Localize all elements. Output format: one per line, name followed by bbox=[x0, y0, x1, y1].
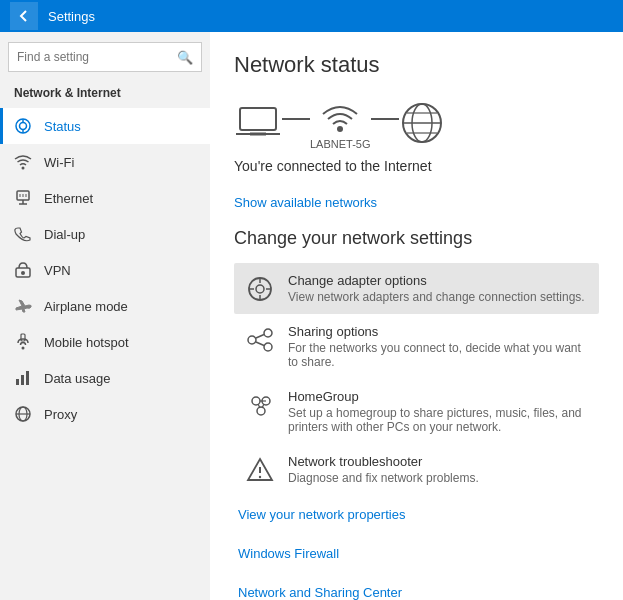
svg-line-40 bbox=[256, 342, 264, 346]
homegroup-title: HomeGroup bbox=[288, 389, 587, 404]
laptop-icon bbox=[234, 104, 282, 142]
troubleshoot-icon bbox=[246, 456, 274, 484]
svg-point-13 bbox=[22, 347, 25, 350]
setting-sharing[interactable]: Sharing options For the networks you con… bbox=[234, 314, 599, 379]
svg-point-36 bbox=[248, 336, 256, 344]
search-icon: 🔍 bbox=[177, 50, 193, 65]
sharing-icon bbox=[246, 326, 274, 354]
sidebar-label-airplane: Airplane mode bbox=[44, 299, 128, 314]
sidebar-item-status[interactable]: Status bbox=[0, 108, 210, 144]
svg-point-24 bbox=[337, 126, 343, 132]
globe-icon bbox=[399, 100, 445, 146]
sidebar: 🔍 Network & Internet Status bbox=[0, 32, 210, 600]
sidebar-label-data: Data usage bbox=[44, 371, 111, 386]
proxy-icon bbox=[14, 405, 32, 423]
app-title: Settings bbox=[48, 9, 95, 24]
sidebar-item-wifi[interactable]: Wi-Fi bbox=[0, 144, 210, 180]
sidebar-label-proxy: Proxy bbox=[44, 407, 77, 422]
sidebar-item-dialup[interactable]: Dial-up bbox=[0, 216, 210, 252]
bottom-links: View your network properties Windows Fir… bbox=[234, 507, 599, 600]
router-icon: LABNET-5G bbox=[310, 96, 371, 150]
adapter-icon bbox=[246, 275, 274, 303]
sidebar-label-dialup: Dial-up bbox=[44, 227, 85, 242]
sidebar-label-wifi: Wi-Fi bbox=[44, 155, 74, 170]
link-network-props[interactable]: View your network properties bbox=[238, 507, 599, 522]
sidebar-item-data[interactable]: Data usage bbox=[0, 360, 210, 396]
sidebar-item-hotspot[interactable]: Mobile hotspot bbox=[0, 324, 210, 360]
airplane-icon bbox=[14, 297, 32, 315]
sidebar-label-status: Status bbox=[44, 119, 81, 134]
title-bar: Settings bbox=[0, 0, 623, 32]
sidebar-item-ethernet[interactable]: Ethernet bbox=[0, 180, 210, 216]
setting-troubleshoot[interactable]: Network troubleshooter Diagnose and fix … bbox=[234, 444, 599, 495]
change-heading: Change your network settings bbox=[234, 228, 599, 249]
sharing-desc: For the networks you connect to, decide … bbox=[288, 341, 587, 369]
search-box[interactable]: 🔍 bbox=[8, 42, 202, 72]
sidebar-item-airplane[interactable]: Airplane mode bbox=[0, 288, 210, 324]
phone-icon bbox=[14, 225, 32, 243]
sidebar-item-vpn[interactable]: VPN bbox=[0, 252, 210, 288]
sidebar-label-hotspot: Mobile hotspot bbox=[44, 335, 129, 350]
content-area: Network status LABNET-5G bbox=[210, 32, 623, 600]
wifi-icon bbox=[14, 153, 32, 171]
sharing-title: Sharing options bbox=[288, 324, 587, 339]
sidebar-label-vpn: VPN bbox=[44, 263, 71, 278]
svg-point-31 bbox=[256, 285, 264, 293]
adapter-text: Change adapter options View network adap… bbox=[288, 273, 585, 304]
search-input[interactable] bbox=[17, 50, 171, 64]
homegroup-text: HomeGroup Set up a homegroup to share pi… bbox=[288, 389, 587, 434]
svg-point-38 bbox=[264, 343, 272, 351]
sharing-text: Sharing options For the networks you con… bbox=[288, 324, 587, 369]
svg-point-41 bbox=[252, 397, 260, 405]
section-label: Network & Internet bbox=[0, 82, 210, 108]
show-networks-link[interactable]: Show available networks bbox=[234, 195, 377, 210]
connected-text: You're connected to the Internet bbox=[234, 158, 599, 174]
svg-point-4 bbox=[22, 167, 25, 170]
adapter-desc: View network adapters and change connect… bbox=[288, 290, 585, 304]
svg-point-1 bbox=[20, 123, 27, 130]
svg-rect-15 bbox=[16, 379, 19, 385]
setting-adapter[interactable]: Change adapter options View network adap… bbox=[234, 263, 599, 314]
homegroup-icon bbox=[246, 391, 274, 419]
troubleshoot-title: Network troubleshooter bbox=[288, 454, 479, 469]
svg-point-37 bbox=[264, 329, 272, 337]
homegroup-desc: Set up a homegroup to share pictures, mu… bbox=[288, 406, 587, 434]
signal-icon bbox=[14, 117, 32, 135]
main-layout: 🔍 Network & Internet Status bbox=[0, 32, 623, 600]
link-firewall[interactable]: Windows Firewall bbox=[238, 546, 599, 561]
vpn-icon bbox=[14, 261, 32, 279]
troubleshoot-text: Network troubleshooter Diagnose and fix … bbox=[288, 454, 479, 485]
svg-line-39 bbox=[256, 335, 264, 339]
svg-rect-16 bbox=[21, 375, 24, 385]
hotspot-icon bbox=[14, 333, 32, 351]
line-1 bbox=[282, 118, 310, 120]
link-sharing-center[interactable]: Network and Sharing Center bbox=[238, 585, 599, 600]
svg-point-43 bbox=[257, 407, 265, 415]
svg-rect-21 bbox=[240, 108, 276, 130]
sidebar-label-ethernet: Ethernet bbox=[44, 191, 93, 206]
sidebar-item-proxy[interactable]: Proxy bbox=[0, 396, 210, 432]
line-2 bbox=[371, 118, 399, 120]
network-name: LABNET-5G bbox=[310, 138, 371, 150]
data-icon bbox=[14, 369, 32, 387]
setting-homegroup[interactable]: HomeGroup Set up a homegroup to share pi… bbox=[234, 379, 599, 444]
troubleshoot-desc: Diagnose and fix network problems. bbox=[288, 471, 479, 485]
network-diagram: LABNET-5G bbox=[234, 96, 599, 150]
page-title: Network status bbox=[234, 52, 599, 78]
svg-point-12 bbox=[21, 271, 25, 275]
ethernet-icon bbox=[14, 189, 32, 207]
svg-point-49 bbox=[259, 476, 261, 478]
adapter-title: Change adapter options bbox=[288, 273, 585, 288]
svg-rect-14 bbox=[21, 334, 25, 341]
svg-rect-17 bbox=[26, 371, 29, 385]
back-button[interactable] bbox=[10, 2, 38, 30]
